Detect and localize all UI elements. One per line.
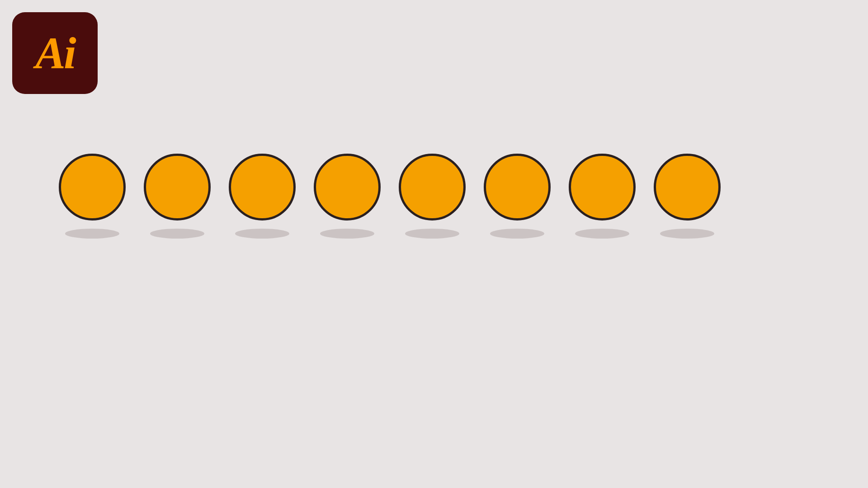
circle-item-8 <box>654 154 721 239</box>
circle-item-7 <box>569 154 636 239</box>
illustrator-app-icon[interactable]: Ai <box>12 12 98 94</box>
circle-6[interactable] <box>484 154 551 221</box>
circle-item-4 <box>314 154 381 239</box>
circle-3[interactable] <box>229 154 296 221</box>
circle-shadow-2 <box>150 229 204 239</box>
circle-item-5 <box>399 154 466 239</box>
circle-item-1 <box>59 154 126 239</box>
circle-item-6 <box>484 154 551 239</box>
circle-4[interactable] <box>314 154 381 221</box>
circle-shadow-5 <box>405 229 459 239</box>
app-icon-label: Ai <box>35 27 74 79</box>
circle-5[interactable] <box>399 154 466 221</box>
circle-shadow-6 <box>490 229 544 239</box>
circle-shadow-1 <box>65 229 119 239</box>
circle-8[interactable] <box>654 154 721 221</box>
circle-shadow-7 <box>575 229 629 239</box>
circle-1[interactable] <box>59 154 126 221</box>
circle-shadow-4 <box>320 229 374 239</box>
circle-shadow-8 <box>660 229 714 239</box>
circle-2[interactable] <box>144 154 211 221</box>
circle-item-2 <box>144 154 211 239</box>
circle-item-3 <box>229 154 296 239</box>
circle-7[interactable] <box>569 154 636 221</box>
circle-shadow-3 <box>235 229 289 239</box>
circles-row <box>50 154 730 239</box>
